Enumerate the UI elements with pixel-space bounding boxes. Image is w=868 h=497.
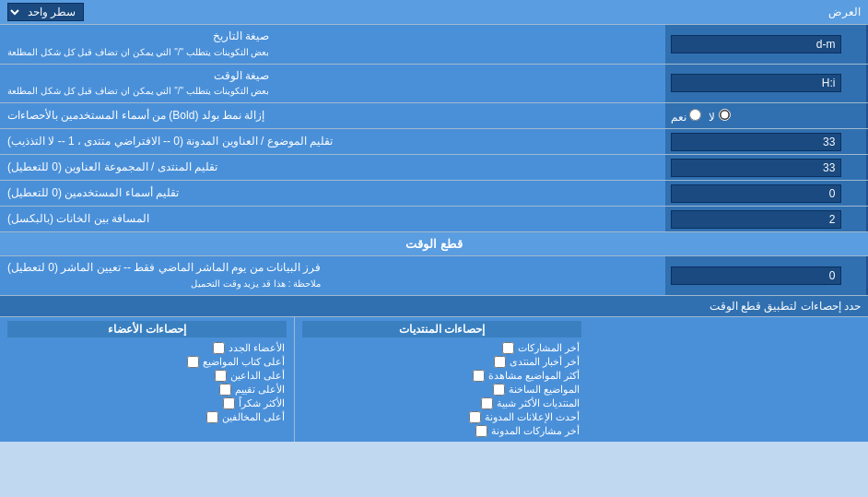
main-container: العرض سطر واحد سطران ثلاثة أسطر d-m صيغة… [0,0,868,442]
stats-item: المنتديات الأكثر شبية [302,396,581,410]
bold-remove-row: لا نعم إزالة نمط بولد (Bold) من أسماء ال… [0,103,868,129]
stats-item: أعلى المخالفين [7,410,287,424]
forum-trim-input-container: 33 [665,155,868,180]
bold-no-label: لا [709,109,730,124]
stats-checkbox-forum-6[interactable] [469,411,481,423]
date-format-label: صيغة التاريخبعض التكوينات يتطلب "/" التي… [0,25,665,64]
username-trim-input[interactable]: 0 [671,184,841,203]
topic-trim-input[interactable]: 33 [671,133,841,151]
spacing-row: 2 المسافة بين الخانات (بالبكسل) [0,207,868,232]
stats-item: أحدث الإعلانات المدونة [302,410,581,424]
topic-trim-row: 33 تقليم الموضوع / العناوين المدونة (0 -… [0,129,868,155]
time-cutoff-label: فرز البيانات من يوم الماشر الماضي فقط --… [0,256,665,295]
time-cutoff-input[interactable]: 0 [671,266,841,285]
time-cutoff-input-container: 0 [665,256,868,295]
stats-checkbox-member-3[interactable] [215,370,227,382]
display-label: العرض [84,6,861,18]
display-select[interactable]: سطر واحد سطران ثلاثة أسطر [7,3,84,21]
stats-section: حدد إحصاءات لتطبيق قطع الوقت إحصاءات الم… [0,296,868,442]
bold-radio-group: لا نعم [671,109,731,124]
forum-stats-header: إحصاءات المنتديات [302,321,581,337]
spacing-input-container: 2 [665,207,868,231]
username-trim-input-container: 0 [665,181,868,206]
stats-checkbox-member-6[interactable] [206,411,218,423]
bold-yes-label: نعم [671,109,701,124]
stats-item: أعلى الداعين [7,369,287,383]
stats-item: الأعلى تقييم [7,383,287,396]
spacing-label: المسافة بين الخانات (بالبكسل) [0,207,665,231]
stats-checkbox-member-2[interactable] [187,356,199,368]
stats-item: أكثر المواضيع مشاهدة [302,369,581,383]
time-format-input[interactable]: H:i [671,74,841,92]
forum-trim-input[interactable]: 33 [671,159,841,177]
forum-trim-row: 33 تقليم المنتدى / المجموعة العناوين (0 … [0,155,868,181]
time-cutoff-row: 0 فرز البيانات من يوم الماشر الماضي فقط … [0,256,868,296]
date-format-input-container: d-m [665,25,868,64]
date-format-input[interactable]: d-m [671,35,841,53]
bold-yes-radio[interactable] [689,109,701,121]
spacing-input[interactable]: 2 [671,210,841,229]
member-stats-header: إحصاءات الأعضاء [7,321,287,337]
stats-empty-col [589,317,868,442]
bold-remove-label: إزالة نمط بولد (Bold) من أسماء المستخدمي… [0,103,665,128]
topic-trim-input-container: 33 [665,129,868,154]
bold-remove-radio-container: لا نعم [665,103,868,128]
username-trim-label: تقليم أسماء المستخدمين (0 للتعطيل) [0,181,665,206]
stats-checkbox-forum-1[interactable] [502,342,514,354]
stats-item: أخر المشاركات [302,341,581,355]
stats-item: أخر أخبار المنتدى [302,355,581,369]
stats-item: الأعضاء الجدد [7,341,287,355]
stats-item: المواضيع الساخنة [302,383,581,396]
stats-item: أعلى كتاب المواضيع [7,355,287,369]
username-trim-row: 0 تقليم أسماء المستخدمين (0 للتعطيل) [0,181,868,207]
stats-header-row: حدد إحصاءات لتطبيق قطع الوقت [0,296,868,317]
stats-grid: إحصاءات المنتديات أخر المشاركات أخر أخبا… [0,317,868,442]
stats-checkbox-forum-3[interactable] [473,370,485,382]
stats-checkbox-member-1[interactable] [213,342,225,354]
time-format-input-container: H:i [665,65,868,103]
forum-stats-col: إحصاءات المنتديات أخر المشاركات أخر أخبا… [294,317,589,442]
topic-trim-label: تقليم الموضوع / العناوين المدونة (0 -- ا… [0,129,665,154]
time-format-label: صيغة الوقتبعض التكوينات يتطلب "/" التي ي… [0,65,665,103]
stats-item: الأكثر شكراً [7,396,287,410]
stats-checkbox-forum-5[interactable] [481,397,493,409]
bold-no-radio[interactable] [719,109,731,121]
stats-checkbox-forum-2[interactable] [494,356,506,368]
stats-item: أخر مشاركات المدونة [302,424,581,438]
display-row: العرض سطر واحد سطران ثلاثة أسطر [0,0,868,25]
stats-checkbox-forum-4[interactable] [493,384,505,396]
member-stats-col: إحصاءات الأعضاء الأعضاء الجدد أعلى كتاب … [0,317,294,442]
stats-checkbox-forum-7[interactable] [475,425,487,437]
date-format-row: d-m صيغة التاريخبعض التكوينات يتطلب "/" … [0,25,868,65]
stats-checkbox-member-5[interactable] [223,397,235,409]
forum-trim-label: تقليم المنتدى / المجموعة العناوين (0 للت… [0,155,665,180]
time-cutoff-header: قطع الوقت [0,232,868,256]
stats-checkbox-member-4[interactable] [219,384,231,396]
time-format-row: H:i صيغة الوقتبعض التكوينات يتطلب "/" ال… [0,65,868,104]
